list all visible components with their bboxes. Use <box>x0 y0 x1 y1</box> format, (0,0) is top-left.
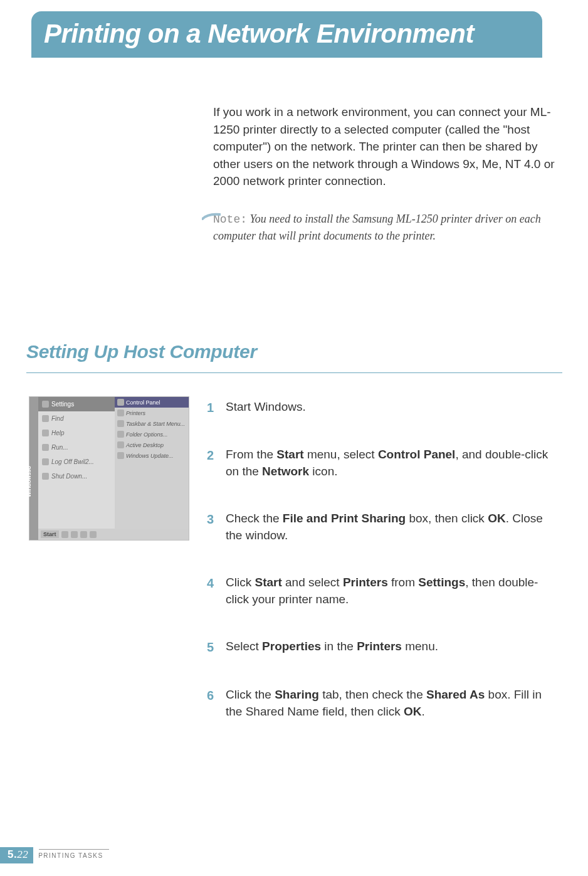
intro-paragraph: If you work in a network environment, yo… <box>213 103 564 190</box>
step-text: Click the Sharing tab, then check the Sh… <box>226 687 561 720</box>
start-button: Start <box>41 530 59 538</box>
printers-icon <box>117 409 124 416</box>
step-number: 5 <box>207 638 216 656</box>
section-heading: Setting Up Host Computer <box>26 341 257 362</box>
page-number: 22 <box>17 848 28 860</box>
tray-icon <box>71 531 78 538</box>
menu-item-settings: Settings <box>38 397 115 411</box>
footer-label: PRINTING TASKS <box>38 852 103 859</box>
step-text: From the Start menu, select Control Pane… <box>226 446 561 480</box>
menu-item-run: Run... <box>38 440 115 455</box>
taskbar: Start <box>38 529 189 540</box>
tray-icon <box>61 531 68 538</box>
step-6: 6 Click the Sharing tab, then check the … <box>207 687 561 720</box>
page-title: Printing on a Network Environment <box>31 11 542 49</box>
menu-item-find: Find <box>38 411 115 426</box>
menu-label: Run... <box>51 444 68 451</box>
menu-label: Find <box>51 415 63 422</box>
settings-icon <box>42 401 49 408</box>
menu-label: Help <box>51 430 65 436</box>
tray-icon <box>80 531 87 538</box>
find-icon <box>42 415 49 422</box>
menu-label: Control Panel <box>126 399 160 406</box>
submenu-item-printers: Printers <box>115 408 189 418</box>
menu-label: Settings <box>51 401 74 408</box>
step-1: 1 Start Windows. <box>207 399 561 416</box>
desktop-icon <box>117 441 124 448</box>
step-number: 6 <box>207 687 216 720</box>
tray-icon <box>90 531 97 538</box>
update-icon <box>117 452 124 459</box>
menu-label: Active Desktop <box>126 442 164 448</box>
shutdown-icon <box>42 473 49 480</box>
note-block: Note: You need to install the Samsung ML… <box>213 211 564 244</box>
submenu-item-active-desktop: Active Desktop <box>115 440 189 450</box>
submenu-item-windows-update: Windows Update... <box>115 450 189 461</box>
start-menu-screenshot: Windows98 Settings Find Help Run... Log … <box>29 396 189 541</box>
menu-item-help: Help <box>38 426 115 440</box>
step-number: 4 <box>207 574 216 608</box>
chapter-number: 5. <box>8 848 17 860</box>
menu-label: Printers <box>126 410 145 416</box>
menu-item-logoff: Log Off Bwil2... <box>38 455 115 469</box>
step-text: Start Windows. <box>226 399 561 416</box>
step-number: 1 <box>207 399 216 416</box>
page-banner: Printing on a Network Environment <box>31 11 542 58</box>
step-2: 2 From the Start menu, select Control Pa… <box>207 446 561 480</box>
control-panel-icon <box>117 399 124 406</box>
step-text: Select Properties in the Printers menu. <box>226 638 561 656</box>
steps-list: 1 Start Windows. 2 From the Start menu, … <box>207 399 561 751</box>
taskbar-icon <box>117 420 124 427</box>
menu-label: Folder Options... <box>126 431 168 438</box>
step-text: Click Start and select Printers from Set… <box>226 574 561 608</box>
section-rule <box>26 372 562 373</box>
submenu-item-folder-options: Folder Options... <box>115 429 189 440</box>
help-icon <box>42 430 49 436</box>
run-icon <box>42 444 49 451</box>
menu-label: Taskbar & Start Menu... <box>126 421 185 427</box>
os-label: Windows98 <box>26 466 32 497</box>
step-3: 3 Check the File and Print Sharing box, … <box>207 510 561 544</box>
submenu-item-taskbar: Taskbar & Start Menu... <box>115 418 189 429</box>
folder-icon <box>117 431 124 438</box>
logoff-icon <box>42 458 49 465</box>
menu-item-shutdown: Shut Down... <box>38 469 115 483</box>
menu-label: Shut Down... <box>51 473 87 480</box>
note-swoosh-icon <box>202 212 221 221</box>
step-number: 2 <box>207 446 216 480</box>
start-menu-right: Control Panel Printers Taskbar & Start M… <box>115 397 189 529</box>
step-4: 4 Click Start and select Printers from S… <box>207 574 561 608</box>
menu-label: Log Off Bwil2... <box>51 458 94 465</box>
step-5: 5 Select Properties in the Printers menu… <box>207 638 561 656</box>
page-footer: 5.22 PRINTING TASKS <box>0 847 103 863</box>
step-text: Check the File and Print Sharing box, th… <box>226 510 561 544</box>
start-menu-left: Settings Find Help Run... Log Off Bwil2.… <box>38 397 115 529</box>
submenu-item-control-panel: Control Panel <box>115 397 189 408</box>
note-text: You need to install the Samsung ML-1250 … <box>213 213 541 242</box>
os-sidebar: Windows98 <box>29 397 38 540</box>
step-number: 3 <box>207 510 216 544</box>
page-number-box: 5.22 <box>0 847 33 863</box>
menu-label: Windows Update... <box>126 453 173 459</box>
